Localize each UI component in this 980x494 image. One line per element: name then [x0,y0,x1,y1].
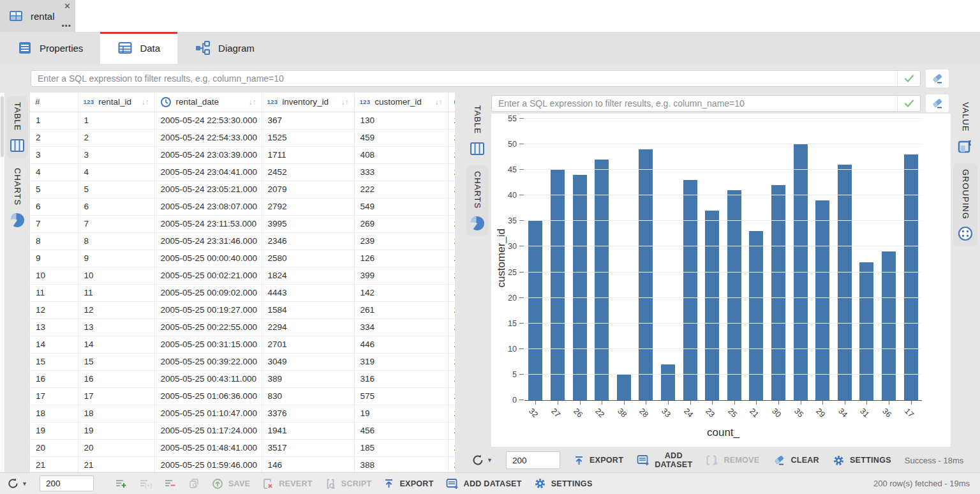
close-icon[interactable]: ✕ [64,2,71,10]
table-cell[interactable]: 2005-05-24 22:54:33.000 [154,129,262,146]
table-cell[interactable]: 1941 [262,422,354,439]
editor-tab-rental[interactable]: rental ✕ ••• [0,0,75,32]
duplicate-row-button[interactable]: (+) [139,478,152,489]
export-button[interactable]: EXPORT [383,478,433,489]
table-cell[interactable]: 2079 [262,181,354,198]
table-cell[interactable]: 446 [354,336,448,353]
table-cell[interactable]: 2 [448,146,455,163]
table-cell[interactable]: 261 [354,301,448,318]
table-cell[interactable]: 5 [30,181,78,198]
bar-38[interactable] [617,375,631,400]
table-cell[interactable]: 10 [78,267,154,284]
bar-21[interactable] [749,231,763,400]
table-cell[interactable]: 2005-05-24 22:53:30.000 [154,112,262,129]
clear-filter-button[interactable] [926,94,949,112]
table-cell[interactable]: 16 [30,370,78,387]
table-cell[interactable]: 19 [78,422,154,439]
rail-tab-table-left[interactable]: TABLE [6,96,28,158]
sql-filter-input[interactable]: Enter a SQL expression to filter results… [31,70,921,87]
table-cell[interactable]: 3995 [262,215,354,232]
table-cell[interactable]: 2 [448,353,455,370]
table-cell[interactable]: 2005-05-24 23:11:53.000 [154,215,262,232]
bar-34[interactable] [838,165,852,400]
table-cell[interactable]: 2 [448,232,455,250]
bar-32[interactable] [528,221,542,400]
add-dataset-button[interactable]: ADD DATASET [637,451,692,470]
table-cell[interactable]: 146 [262,456,354,472]
table-cell[interactable]: 2005-05-25 01:06:36.000 [154,387,262,405]
table-cell[interactable]: 2 [448,370,455,387]
table-cell[interactable]: 13 [78,318,154,336]
table-cell[interactable]: 2005-05-24 23:04:41.000 [154,163,262,181]
column-header-partial[interactable] [448,93,455,112]
refresh-button[interactable]: ▼ [6,477,27,490]
table-cell[interactable]: 8 [78,232,154,250]
tab-diagram[interactable]: Diagram [177,32,272,64]
bar-26[interactable] [573,175,587,400]
table-cell[interactable]: 2005-05-25 00:09:02.000 [154,284,262,301]
table-cell[interactable]: 2005-05-24 23:08:07.000 [154,198,262,215]
clear-button[interactable]: CLEAR [773,454,819,466]
bar-24[interactable] [683,180,697,400]
tab-data[interactable]: Data [100,32,177,64]
table-cell[interactable]: 2 [78,129,154,146]
column-header-rental_id[interactable]: 123rental_id↓↑ [78,93,154,112]
table-cell[interactable]: 2005-05-25 00:02:21.000 [154,267,262,284]
table-cell[interactable]: 2 [448,112,455,129]
add-row-button[interactable] [115,478,127,489]
table-cell[interactable]: 1525 [262,129,354,146]
table-cell[interactable]: 4 [78,163,154,181]
table-cell[interactable]: 2 [448,405,455,422]
rail-tab-table-chartpanel[interactable]: TABLE [466,100,488,161]
table-cell[interactable]: 456 [354,422,448,439]
table-cell[interactable]: 2 [448,422,455,439]
sort-icon[interactable]: ↓↑ [435,98,443,107]
column-header-#[interactable]: # [30,93,78,112]
column-header-rental_date[interactable]: rental_date↓↑ [154,93,262,112]
copy-row-button[interactable] [188,478,200,490]
table-cell[interactable]: 549 [354,198,448,215]
table-cell[interactable]: 6 [78,198,154,215]
table-cell[interactable]: 830 [262,387,354,405]
table-cell[interactable]: 316 [354,370,448,387]
bar-28[interactable] [639,149,653,400]
table-cell[interactable]: 3049 [262,353,354,370]
table-cell[interactable]: 2294 [262,318,354,336]
table-cell[interactable]: 14 [78,336,154,353]
table-cell[interactable]: 4 [30,163,78,181]
table-cell[interactable]: 13 [30,318,78,336]
bar-22[interactable] [595,160,609,400]
table-cell[interactable]: 2005-05-25 00:43:11.000 [154,370,262,387]
table-cell[interactable]: 142 [354,284,448,301]
table-cell[interactable]: 2 [448,336,455,353]
table-cell[interactable]: 9 [78,250,154,267]
sort-icon[interactable]: ↓↑ [341,98,349,107]
rail-tab-charts-chartpanel[interactable]: CHARTS [466,165,488,236]
bar-23[interactable] [705,211,719,400]
table-cell[interactable]: 18 [30,405,78,422]
table-cell[interactable]: 2 [448,284,455,301]
row-limit-input[interactable] [506,451,560,469]
table-cell[interactable]: 3 [78,146,154,163]
bar-30[interactable] [771,185,785,400]
table-cell[interactable]: 222 [354,181,448,198]
chart-sql-filter-input[interactable]: Enter a SQL expression to filter results… [491,95,921,112]
table-cell[interactable]: 2 [448,439,455,456]
more-options-icon[interactable]: ••• [61,22,71,30]
table-cell[interactable]: 185 [354,439,448,456]
table-cell[interactable]: 2005-05-25 00:00:40.000 [154,250,262,267]
table-cell[interactable]: 5 [78,181,154,198]
table-cell[interactable]: 2005-05-25 01:59:46.000 [154,456,262,472]
row-limit-input[interactable] [40,475,94,491]
sort-icon[interactable]: ↓↑ [142,98,149,107]
table-cell[interactable]: 2 [448,163,455,181]
table-cell[interactable]: 2 [448,301,455,318]
column-header-customer_id[interactable]: 123customer_id↓↑ [354,93,448,112]
revert-button[interactable]: REVERT [262,478,313,490]
table-cell[interactable]: 2 [448,250,455,267]
tab-properties[interactable]: Properties [0,32,100,64]
table-cell[interactable]: 2452 [262,163,354,181]
apply-filter-button[interactable] [897,96,920,111]
clear-filter-button[interactable] [926,70,949,87]
rail-tab-value[interactable]: VALUE [953,96,977,160]
